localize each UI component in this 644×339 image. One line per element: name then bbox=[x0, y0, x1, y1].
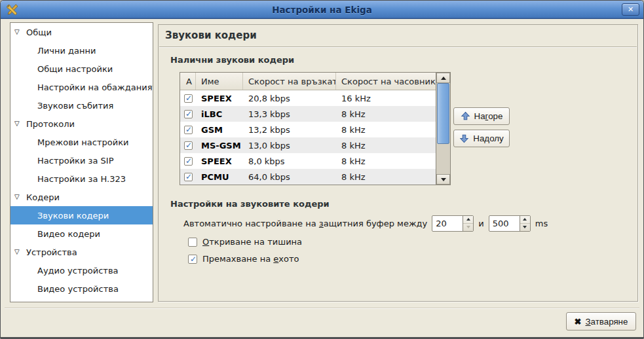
jitter-min-spinner[interactable]: 20 bbox=[432, 215, 474, 232]
codec-name: SPEEX bbox=[196, 156, 243, 166]
sidebar-item-label: Видео устройства bbox=[37, 284, 119, 294]
sidebar-item[interactable]: Мрежови настройки bbox=[10, 133, 153, 151]
settings-section-heading: Настройки на звуковите кодери bbox=[170, 199, 330, 209]
scrollbar-track[interactable] bbox=[436, 83, 450, 174]
titlebar[interactable]: Настройки на Ekiga ✕ bbox=[1, 1, 643, 19]
close-x-icon: ✖ bbox=[575, 317, 582, 327]
codec-table-row[interactable]: MS-GSM 13,0 kbps 8 kHz bbox=[180, 137, 436, 153]
codec-table-row[interactable]: iLBC 13,3 kbps 8 kHz bbox=[180, 106, 436, 122]
sidebar-item[interactable]: Аудио устройства bbox=[10, 261, 153, 279]
sidebar-item[interactable]: Настройки на обажданията bbox=[10, 78, 153, 96]
go-down-icon bbox=[459, 134, 469, 143]
scroll-up-button[interactable] bbox=[436, 73, 450, 83]
codec-table-row[interactable]: GSM 13,2 kbps 8 kHz bbox=[180, 122, 436, 137]
move-down-button[interactable]: Надолу bbox=[453, 130, 510, 147]
table-scrollbar[interactable] bbox=[436, 73, 450, 185]
sidebar-item[interactable]: Видео кодери bbox=[10, 224, 153, 243]
expander-icon[interactable]: ▽ bbox=[14, 249, 23, 255]
sidebar-item-label: Настройки на обажданията bbox=[37, 82, 153, 92]
expander-icon[interactable]: ▽ bbox=[14, 29, 23, 35]
column-header-clock[interactable]: Скорост на часовника bbox=[336, 73, 436, 90]
sidebar-item[interactable]: Видео устройства bbox=[10, 279, 153, 298]
jitter-max-value[interactable]: 500 bbox=[489, 216, 520, 231]
arrow-down-icon bbox=[441, 178, 446, 181]
spin-down-icon bbox=[523, 226, 527, 228]
jitter-max-spinner[interactable]: 500 bbox=[489, 215, 531, 232]
sidebar-item-label: Видео кодери bbox=[37, 229, 100, 239]
preferences-dialog: Настройки на Ekiga ✕ ▽ Общи Лични данни … bbox=[0, 0, 644, 339]
tools-icon bbox=[6, 3, 19, 16]
column-header-active[interactable]: A bbox=[180, 73, 196, 90]
sidebar-item-label: Аудио устройства bbox=[37, 266, 119, 276]
codec-clock: 8 kHz bbox=[336, 141, 436, 151]
codec-table-row[interactable]: SPEEX 20,8 kbps 16 kHz bbox=[180, 90, 436, 106]
codec-enabled-checkbox[interactable] bbox=[184, 141, 193, 150]
scrollbar-thumb[interactable] bbox=[437, 83, 449, 144]
sidebar-item-label: Кодери bbox=[26, 192, 60, 202]
sidebar-item-label: Звукови кодери bbox=[37, 211, 109, 221]
codec-name: iLBC bbox=[196, 109, 243, 119]
sidebar-item[interactable]: ▽ Общи bbox=[10, 23, 153, 41]
sidebar-item[interactable]: Звукови кодери bbox=[10, 206, 153, 224]
codec-rows: SPEEX 20,8 kbps 16 kHz iLBC 13,3 kbps 8 … bbox=[180, 90, 436, 185]
codec-table-row[interactable]: SPEEX 8,0 kbps 8 kHz bbox=[180, 153, 436, 169]
codec-name: MS-GSM bbox=[196, 141, 243, 151]
sidebar-item-label: Мрежови настройки bbox=[37, 137, 129, 147]
spin-down-button[interactable] bbox=[520, 223, 530, 231]
codec-enabled-checkbox[interactable] bbox=[184, 94, 193, 103]
codec-enabled-checkbox[interactable] bbox=[184, 173, 193, 181]
move-up-label: Нагоре bbox=[474, 111, 503, 121]
sidebar-item[interactable]: Настройки за H.323 bbox=[10, 170, 153, 188]
expander-icon[interactable]: ▽ bbox=[14, 194, 23, 200]
jitter-label: Автоматично настройване на защитния буфе… bbox=[183, 219, 427, 228]
sidebar-tree: ▽ Общи Лични данни Общи настройки Настро… bbox=[10, 22, 153, 302]
codec-bitrate: 13,2 kbps bbox=[243, 125, 336, 135]
sidebar-item-label: Устройства bbox=[26, 247, 77, 257]
codecs-section-heading: Налични звукови кодери bbox=[170, 55, 294, 65]
scroll-down-button[interactable] bbox=[436, 174, 450, 185]
window-title: Настройки на Ekiga bbox=[1, 5, 643, 15]
codec-enabled-checkbox[interactable] bbox=[184, 126, 193, 134]
spin-up-icon bbox=[523, 218, 527, 221]
codec-bitrate: 20,8 kbps bbox=[243, 94, 336, 103]
main-panel: Звукови кодери Налични звукови кодери A … bbox=[158, 24, 638, 302]
spin-down-button[interactable] bbox=[463, 223, 473, 231]
sidebar-item[interactable]: Настройки за SIP bbox=[10, 151, 153, 170]
echo-checkbox[interactable] bbox=[188, 255, 197, 264]
column-header-name[interactable]: Име bbox=[196, 73, 243, 90]
column-header-bitrate[interactable]: Скорост на връзката bbox=[243, 73, 336, 90]
sidebar-item[interactable]: ▽ Устройства bbox=[10, 243, 153, 261]
sidebar-item[interactable]: ▽ Кодери bbox=[10, 188, 153, 206]
sidebar-item[interactable]: Общи настройки bbox=[10, 60, 153, 78]
codec-table-row[interactable]: PCMU 64,0 kbps 8 kHz bbox=[180, 169, 436, 185]
jitter-unit: ms bbox=[535, 219, 548, 228]
close-icon: ✕ bbox=[628, 5, 634, 14]
silence-label[interactable]: Откриване на тишина bbox=[202, 237, 302, 247]
title-separator bbox=[159, 46, 637, 48]
expander-icon[interactable]: ▽ bbox=[14, 120, 23, 127]
titlebar-close-button[interactable]: ✕ bbox=[622, 3, 639, 16]
codec-clock: 8 kHz bbox=[336, 172, 436, 182]
codec-table-header: A Име Скорост на връзката Скорост на час… bbox=[180, 73, 436, 90]
codec-bitrate: 13,0 kbps bbox=[243, 141, 336, 151]
sidebar-item-label: Протоколи bbox=[26, 119, 75, 129]
sidebar-item-label: Настройки за H.323 bbox=[37, 174, 126, 184]
jitter-min-value[interactable]: 20 bbox=[432, 216, 463, 231]
sidebar-item-label: Общи настройки bbox=[37, 64, 113, 74]
spin-up-button[interactable] bbox=[463, 216, 473, 223]
move-up-button[interactable]: Нагоре bbox=[453, 107, 510, 125]
codec-enabled-checkbox[interactable] bbox=[184, 110, 193, 118]
silence-checkbox[interactable] bbox=[188, 238, 197, 247]
close-button[interactable]: ✖ Затваряне bbox=[566, 312, 636, 330]
sidebar-item[interactable]: ▽ Протоколи bbox=[10, 115, 153, 133]
codec-clock: 16 kHz bbox=[336, 94, 436, 103]
sidebar-item[interactable]: Лични данни bbox=[10, 41, 153, 60]
codec-name: PCMU bbox=[196, 172, 243, 182]
sidebar-item[interactable]: Звукови събития bbox=[10, 96, 153, 115]
spin-up-button[interactable] bbox=[520, 216, 530, 223]
codec-table: A Име Скорост на връзката Скорост на час… bbox=[180, 72, 451, 185]
codec-enabled-checkbox[interactable] bbox=[184, 157, 193, 166]
spin-down-icon bbox=[466, 226, 470, 228]
move-down-label: Надолу bbox=[473, 134, 503, 143]
echo-label[interactable]: Премахване на ехото bbox=[202, 254, 299, 264]
